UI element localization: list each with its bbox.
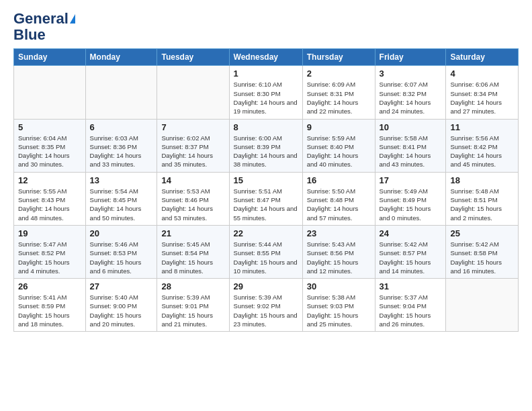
weekday-header-friday: Friday bbox=[375, 49, 446, 66]
day-number: 2 bbox=[307, 68, 371, 79]
day-cell: 25Sunrise: 5:42 AMSunset: 8:58 PMDayligh… bbox=[446, 225, 519, 278]
day-cell bbox=[14, 66, 86, 119]
weekday-header-sunday: Sunday bbox=[14, 49, 86, 66]
day-info: Sunrise: 5:40 AMSunset: 9:00 PMDaylight:… bbox=[90, 293, 153, 328]
day-number: 25 bbox=[450, 228, 514, 238]
day-info: Sunrise: 6:09 AMSunset: 8:31 PMDaylight:… bbox=[307, 80, 371, 116]
day-cell: 11Sunrise: 5:56 AMSunset: 8:42 PMDayligh… bbox=[446, 119, 519, 172]
day-cell: 10Sunrise: 5:58 AMSunset: 8:41 PMDayligh… bbox=[375, 119, 446, 172]
day-cell: 19Sunrise: 5:47 AMSunset: 8:52 PMDayligh… bbox=[14, 225, 86, 278]
day-info: Sunrise: 5:42 AMSunset: 8:57 PMDaylight:… bbox=[380, 240, 442, 275]
day-info: Sunrise: 5:39 AMSunset: 9:01 PMDaylight:… bbox=[161, 293, 224, 328]
day-number: 5 bbox=[18, 122, 81, 132]
day-cell: 18Sunrise: 5:48 AMSunset: 8:51 PMDayligh… bbox=[446, 172, 519, 225]
week-row-4: 19Sunrise: 5:47 AMSunset: 8:52 PMDayligh… bbox=[14, 225, 519, 278]
day-number: 11 bbox=[450, 122, 514, 132]
day-cell: 4Sunrise: 6:06 AMSunset: 8:34 PMDaylight… bbox=[446, 66, 519, 119]
day-cell: 16Sunrise: 5:50 AMSunset: 8:48 PMDayligh… bbox=[302, 172, 375, 225]
day-cell: 13Sunrise: 5:54 AMSunset: 8:45 PMDayligh… bbox=[85, 172, 157, 225]
day-number: 14 bbox=[161, 175, 224, 185]
day-cell: 24Sunrise: 5:42 AMSunset: 8:57 PMDayligh… bbox=[375, 225, 446, 278]
day-cell: 31Sunrise: 5:37 AMSunset: 9:04 PMDayligh… bbox=[375, 279, 446, 332]
week-row-2: 5Sunrise: 6:04 AMSunset: 8:35 PMDaylight… bbox=[14, 119, 519, 172]
day-number: 22 bbox=[234, 228, 298, 238]
day-info: Sunrise: 5:46 AMSunset: 8:53 PMDaylight:… bbox=[90, 240, 153, 275]
day-number: 23 bbox=[307, 228, 371, 238]
day-number: 19 bbox=[18, 228, 81, 238]
weekday-header-row: SundayMondayTuesdayWednesdayThursdayFrid… bbox=[14, 49, 519, 66]
day-cell: 29Sunrise: 5:39 AMSunset: 9:02 PMDayligh… bbox=[229, 279, 302, 332]
day-info: Sunrise: 5:55 AMSunset: 8:43 PMDaylight:… bbox=[18, 187, 81, 222]
day-info: Sunrise: 6:10 AMSunset: 8:30 PMDaylight:… bbox=[234, 80, 298, 116]
day-cell: 1Sunrise: 6:10 AMSunset: 8:30 PMDaylight… bbox=[229, 66, 302, 119]
day-info: Sunrise: 5:38 AMSunset: 9:03 PMDaylight:… bbox=[307, 293, 371, 328]
day-number: 21 bbox=[161, 228, 224, 238]
weekday-header-wednesday: Wednesday bbox=[229, 49, 302, 66]
day-cell: 12Sunrise: 5:55 AMSunset: 8:43 PMDayligh… bbox=[14, 172, 86, 225]
day-number: 3 bbox=[380, 68, 442, 79]
day-number: 13 bbox=[90, 175, 153, 185]
day-number: 16 bbox=[307, 175, 371, 185]
day-number: 10 bbox=[380, 122, 442, 132]
day-info: Sunrise: 5:42 AMSunset: 8:58 PMDaylight:… bbox=[450, 240, 514, 275]
day-info: Sunrise: 5:47 AMSunset: 8:52 PMDaylight:… bbox=[18, 240, 81, 275]
day-number: 15 bbox=[234, 175, 298, 185]
day-number: 29 bbox=[234, 281, 298, 291]
day-number: 26 bbox=[18, 281, 81, 291]
day-info: Sunrise: 5:58 AMSunset: 8:41 PMDaylight:… bbox=[380, 134, 442, 169]
day-cell: 9Sunrise: 5:59 AMSunset: 8:40 PMDaylight… bbox=[302, 119, 375, 172]
day-info: Sunrise: 6:06 AMSunset: 8:34 PMDaylight:… bbox=[450, 80, 514, 116]
logo-triangle-icon bbox=[70, 14, 75, 24]
day-cell bbox=[85, 66, 157, 119]
day-cell: 20Sunrise: 5:46 AMSunset: 8:53 PMDayligh… bbox=[85, 225, 157, 278]
logo: General Blue bbox=[13, 11, 75, 43]
day-info: Sunrise: 5:50 AMSunset: 8:48 PMDaylight:… bbox=[307, 187, 371, 222]
weekday-header-saturday: Saturday bbox=[446, 49, 519, 66]
day-cell: 8Sunrise: 6:00 AMSunset: 8:39 PMDaylight… bbox=[229, 119, 302, 172]
day-cell: 3Sunrise: 6:07 AMSunset: 8:32 PMDaylight… bbox=[375, 66, 446, 119]
day-info: Sunrise: 5:45 AMSunset: 8:54 PMDaylight:… bbox=[161, 240, 224, 275]
day-info: Sunrise: 5:53 AMSunset: 8:46 PMDaylight:… bbox=[161, 187, 224, 222]
day-cell: 23Sunrise: 5:43 AMSunset: 8:56 PMDayligh… bbox=[302, 225, 375, 278]
day-cell: 17Sunrise: 5:49 AMSunset: 8:49 PMDayligh… bbox=[375, 172, 446, 225]
day-number: 1 bbox=[234, 68, 298, 79]
day-info: Sunrise: 5:49 AMSunset: 8:49 PMDaylight:… bbox=[380, 187, 442, 222]
day-number: 17 bbox=[380, 175, 442, 185]
day-cell bbox=[446, 279, 519, 332]
day-cell: 14Sunrise: 5:53 AMSunset: 8:46 PMDayligh… bbox=[157, 172, 229, 225]
week-row-5: 26Sunrise: 5:41 AMSunset: 8:59 PMDayligh… bbox=[14, 279, 519, 332]
weekday-header-thursday: Thursday bbox=[302, 49, 375, 66]
day-cell: 28Sunrise: 5:39 AMSunset: 9:01 PMDayligh… bbox=[157, 279, 229, 332]
day-info: Sunrise: 5:54 AMSunset: 8:45 PMDaylight:… bbox=[90, 187, 153, 222]
day-cell: 27Sunrise: 5:40 AMSunset: 9:00 PMDayligh… bbox=[85, 279, 157, 332]
day-cell: 5Sunrise: 6:04 AMSunset: 8:35 PMDaylight… bbox=[14, 119, 86, 172]
day-number: 28 bbox=[161, 281, 224, 291]
day-info: Sunrise: 5:43 AMSunset: 8:56 PMDaylight:… bbox=[307, 240, 371, 275]
day-cell: 7Sunrise: 6:02 AMSunset: 8:37 PMDaylight… bbox=[157, 119, 229, 172]
day-cell: 30Sunrise: 5:38 AMSunset: 9:03 PMDayligh… bbox=[302, 279, 375, 332]
day-info: Sunrise: 6:02 AMSunset: 8:37 PMDaylight:… bbox=[161, 134, 224, 169]
day-info: Sunrise: 5:39 AMSunset: 9:02 PMDaylight:… bbox=[234, 293, 298, 328]
calendar-table: SundayMondayTuesdayWednesdayThursdayFrid… bbox=[13, 48, 519, 332]
day-number: 7 bbox=[161, 122, 224, 132]
day-cell bbox=[157, 66, 229, 119]
day-info: Sunrise: 5:37 AMSunset: 9:04 PMDaylight:… bbox=[380, 293, 442, 328]
day-number: 31 bbox=[380, 281, 442, 291]
day-info: Sunrise: 5:44 AMSunset: 8:55 PMDaylight:… bbox=[234, 240, 298, 275]
day-info: Sunrise: 6:07 AMSunset: 8:32 PMDaylight:… bbox=[380, 80, 442, 116]
day-number: 9 bbox=[307, 122, 371, 132]
day-info: Sunrise: 5:59 AMSunset: 8:40 PMDaylight:… bbox=[307, 134, 371, 169]
day-number: 24 bbox=[380, 228, 442, 238]
calendar-wrapper: SundayMondayTuesdayWednesdayThursdayFrid… bbox=[0, 48, 532, 338]
day-info: Sunrise: 6:03 AMSunset: 8:36 PMDaylight:… bbox=[90, 134, 153, 169]
day-cell: 6Sunrise: 6:03 AMSunset: 8:36 PMDaylight… bbox=[85, 119, 157, 172]
day-cell: 21Sunrise: 5:45 AMSunset: 8:54 PMDayligh… bbox=[157, 225, 229, 278]
logo-general: General bbox=[13, 11, 69, 27]
day-info: Sunrise: 6:00 AMSunset: 8:39 PMDaylight:… bbox=[234, 134, 298, 169]
logo-blue: Blue bbox=[13, 27, 46, 43]
day-info: Sunrise: 5:41 AMSunset: 8:59 PMDaylight:… bbox=[18, 293, 81, 328]
day-info: Sunrise: 5:48 AMSunset: 8:51 PMDaylight:… bbox=[450, 187, 514, 222]
day-info: Sunrise: 5:51 AMSunset: 8:47 PMDaylight:… bbox=[234, 187, 298, 222]
day-number: 20 bbox=[90, 228, 153, 238]
day-cell: 26Sunrise: 5:41 AMSunset: 8:59 PMDayligh… bbox=[14, 279, 86, 332]
